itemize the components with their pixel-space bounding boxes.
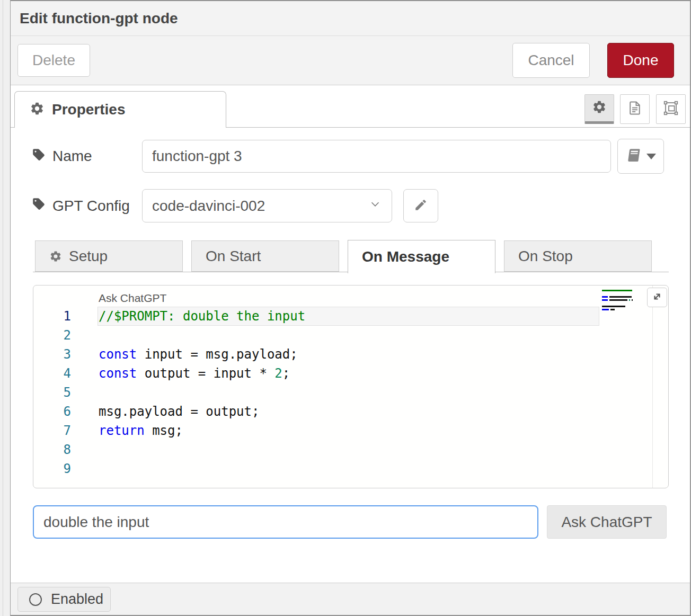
- status-circle-icon: [29, 593, 42, 606]
- dialog-footer: Enabled: [11, 583, 690, 615]
- minimap-divider: [652, 285, 653, 488]
- ask-chatgpt-button[interactable]: Ask ChatGPT: [547, 505, 667, 539]
- tab-setup[interactable]: Setup: [35, 240, 183, 272]
- tab-on-message[interactable]: On Message: [348, 240, 495, 273]
- dialog-content: Name GPT Config code-davinci-002: [11, 128, 690, 583]
- gpt-config-value: code-davinci-002: [152, 198, 265, 215]
- prompt-input[interactable]: [33, 505, 538, 539]
- enabled-label: Enabled: [51, 591, 103, 608]
- function-tabs: SetupOn StartOn MessageOn Stop: [33, 240, 669, 273]
- tab-on-start[interactable]: On Start: [191, 240, 339, 272]
- tag-icon: [32, 197, 52, 215]
- code-line[interactable]: 9: [33, 459, 668, 478]
- tab-on-stop[interactable]: On Stop: [504, 240, 652, 272]
- gear-icon: [592, 100, 607, 117]
- line-number: 5: [33, 383, 71, 402]
- gear-icon: [30, 101, 45, 118]
- line-text: [98, 440, 599, 459]
- line-number: 6: [33, 402, 71, 421]
- group-icon: [662, 100, 679, 119]
- dialog-toolbar: Delete Cancel Done: [11, 36, 690, 85]
- tab-properties[interactable]: Properties: [14, 91, 226, 128]
- code-line[interactable]: 5: [33, 383, 668, 402]
- screen: Edit function-gpt node Delete Cancel Don…: [0, 0, 691, 616]
- code-line[interactable]: 7return msg;: [33, 421, 668, 440]
- code-line[interactable]: 8: [33, 440, 668, 459]
- tab-label: Setup: [69, 248, 108, 265]
- description-view-button[interactable]: [620, 94, 650, 124]
- gpt-config-select[interactable]: code-davinci-002: [142, 189, 392, 222]
- line-text: const output = input * 2;: [98, 364, 599, 383]
- line-number: 3: [33, 345, 71, 364]
- expand-editor-button[interactable]: [647, 288, 667, 307]
- dialog-header: Edit function-gpt node: [11, 1, 690, 36]
- code-line[interactable]: 2: [33, 326, 668, 345]
- code-line[interactable]: 3const input = msg.payload;: [33, 345, 668, 364]
- line-text: const input = msg.payload;: [98, 345, 599, 364]
- pencil-icon: [414, 198, 428, 214]
- line-text: [98, 459, 599, 478]
- line-number: 7: [33, 421, 71, 440]
- code-editor[interactable]: Ask ChatGPT 1//$PROMPT: double the input…: [33, 285, 669, 488]
- line-text: return msg;: [98, 421, 599, 440]
- properties-view-button[interactable]: [584, 94, 614, 124]
- book-icon: [626, 147, 642, 165]
- code-line[interactable]: 4const output = input * 2;: [33, 364, 668, 383]
- delete-button[interactable]: Delete: [17, 44, 90, 77]
- done-button[interactable]: Done: [607, 43, 674, 78]
- tab-label: On Message: [362, 248, 449, 265]
- line-number: 9: [33, 459, 71, 478]
- tab-properties-label: Properties: [52, 101, 126, 118]
- edit-node-dialog: Edit function-gpt node Delete Cancel Don…: [11, 0, 691, 616]
- line-text: [98, 383, 599, 402]
- tab-label: On Stop: [518, 248, 573, 265]
- line-number: 2: [33, 326, 71, 345]
- name-input[interactable]: [142, 140, 611, 173]
- doc-icon: [627, 100, 643, 118]
- tab-label: On Start: [206, 248, 261, 265]
- gear-icon: [49, 250, 69, 263]
- code-line[interactable]: 6msg.payload = output;: [33, 402, 668, 421]
- library-button[interactable]: [617, 139, 664, 174]
- line-text: [98, 326, 599, 345]
- line-number: 8: [33, 440, 71, 459]
- ask-chatgpt-codelens[interactable]: Ask ChatGPT: [33, 287, 668, 307]
- expand-icon: [651, 290, 663, 305]
- line-text: msg.payload = output;: [98, 402, 599, 421]
- chevron-down-icon: [368, 197, 382, 215]
- chevron-down-icon: [646, 154, 656, 159]
- editor-tab-bar: Properties: [11, 85, 690, 128]
- gpt-config-label: GPT Config: [32, 189, 130, 222]
- dialog-title: Edit function-gpt node: [20, 10, 178, 27]
- edit-config-button[interactable]: [403, 189, 438, 222]
- node-enabled-toggle[interactable]: Enabled: [17, 587, 111, 612]
- group-view-button[interactable]: [656, 94, 686, 124]
- cancel-button[interactable]: Cancel: [512, 43, 590, 78]
- line-text: //$PROMPT: double the input: [98, 307, 599, 326]
- line-number: 1: [33, 307, 71, 326]
- line-number: 4: [33, 364, 71, 383]
- workspace-edge: [0, 0, 11, 616]
- code-lines: 1//$PROMPT: double the input23const inpu…: [33, 307, 668, 478]
- name-field-label: Name: [32, 140, 92, 173]
- editor-minimap[interactable]: [602, 290, 650, 318]
- code-line[interactable]: 1//$PROMPT: double the input: [33, 307, 668, 326]
- tag-icon: [32, 148, 52, 165]
